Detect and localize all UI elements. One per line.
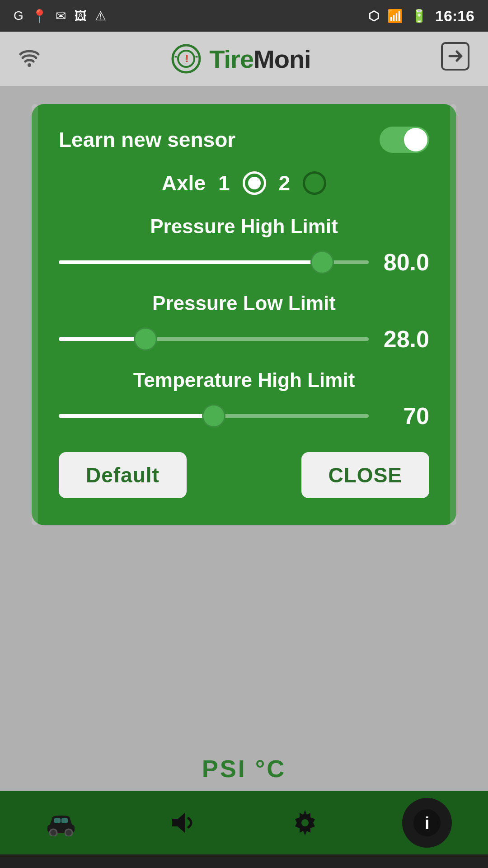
pressure-high-row: 80.0	[59, 249, 429, 276]
svg-text:!: !	[185, 53, 188, 64]
learn-sensor-label: Learn new sensor	[59, 127, 235, 152]
learn-sensor-row: Learn new sensor	[59, 127, 429, 153]
unit-label: PSI °C	[202, 755, 286, 783]
g-icon: G	[14, 9, 23, 23]
svg-point-0	[28, 63, 31, 67]
temp-high-label: Temperature High Limit	[59, 369, 429, 392]
temp-high-row: 70	[59, 402, 429, 429]
pressure-high-track	[59, 260, 369, 264]
signal-icon: 📶	[387, 9, 403, 24]
learn-sensor-toggle[interactable]	[380, 127, 429, 153]
axle-1-radio[interactable]	[243, 171, 266, 195]
status-left-icons: G 📍 ✉ 🖼 ⚠	[14, 9, 106, 24]
svg-point-7	[65, 829, 72, 836]
axle-1-label: 1	[218, 171, 230, 195]
pressure-low-track	[59, 337, 369, 341]
nav-sound-button[interactable]	[158, 798, 208, 848]
svg-point-6	[50, 829, 57, 836]
bottom-nav: i	[0, 791, 488, 854]
app-name: TireMoni	[209, 44, 310, 74]
app-logo: ! TireMoni	[170, 43, 310, 75]
close-button[interactable]: CLOSE	[301, 452, 429, 498]
android-nav: ◁ ○ □	[0, 854, 488, 868]
wifi-icon	[18, 47, 41, 71]
pressure-high-label: Pressure High Limit	[59, 215, 429, 238]
nav-settings-button[interactable]	[280, 798, 330, 848]
pressure-low-thumb[interactable]	[134, 327, 157, 351]
logo-icon: !	[170, 43, 202, 75]
temp-high-fill	[59, 414, 214, 418]
pressure-low-section: Pressure Low Limit 28.0	[59, 292, 429, 353]
axle-label: Axle	[162, 171, 206, 195]
scroll-right	[450, 104, 456, 525]
temp-high-track	[59, 414, 369, 418]
time-display: 16:16	[435, 7, 474, 25]
status-right-icons: ⬡ 📶 🔋 16:16	[368, 7, 474, 25]
pressure-low-label: Pressure Low Limit	[59, 292, 429, 315]
axle-2-radio[interactable]	[303, 171, 326, 195]
temp-high-track-container	[59, 402, 369, 429]
svg-text:i: i	[425, 814, 430, 833]
pressure-low-row: 28.0	[59, 326, 429, 353]
pressure-high-thumb[interactable]	[310, 250, 334, 274]
axle-2-label: 2	[279, 171, 291, 195]
warning-icon: ⚠	[95, 9, 106, 24]
unit-bar: PSI °C	[0, 746, 488, 791]
svg-rect-9	[61, 818, 68, 823]
mail-icon: ✉	[56, 9, 66, 24]
pressure-high-fill	[59, 260, 322, 264]
settings-card: Learn new sensor Axle 1 2 Pressure High …	[32, 104, 456, 525]
bluetooth-icon: ⬡	[368, 9, 379, 24]
button-row: Default CLOSE	[59, 452, 429, 498]
pressure-high-value: 80.0	[380, 249, 429, 276]
image-icon: 🖼	[74, 9, 87, 24]
pressure-high-track-container	[59, 249, 369, 276]
svg-point-11	[301, 819, 309, 826]
exit-button[interactable]	[441, 42, 470, 76]
svg-rect-8	[54, 818, 61, 823]
pressure-low-track-container	[59, 326, 369, 353]
battery-icon: 🔋	[411, 9, 427, 24]
axle-row: Axle 1 2	[59, 171, 429, 195]
temp-high-thumb[interactable]	[202, 404, 225, 428]
location-icon: 📍	[32, 9, 47, 24]
pressure-low-value: 28.0	[380, 326, 429, 353]
pressure-low-fill	[59, 337, 145, 341]
scroll-left	[32, 104, 38, 525]
app-header: ! TireMoni	[0, 32, 488, 86]
nav-car-button[interactable]	[36, 798, 86, 848]
main-area: Learn new sensor Axle 1 2 Pressure High …	[0, 86, 488, 746]
default-button[interactable]: Default	[59, 452, 187, 498]
pressure-high-section: Pressure High Limit 80.0	[59, 215, 429, 276]
nav-info-button[interactable]: i	[402, 798, 452, 848]
temp-high-value: 70	[380, 402, 429, 429]
status-bar: G 📍 ✉ 🖼 ⚠ ⬡ 📶 🔋 16:16	[0, 0, 488, 32]
temp-high-section: Temperature High Limit 70	[59, 369, 429, 429]
